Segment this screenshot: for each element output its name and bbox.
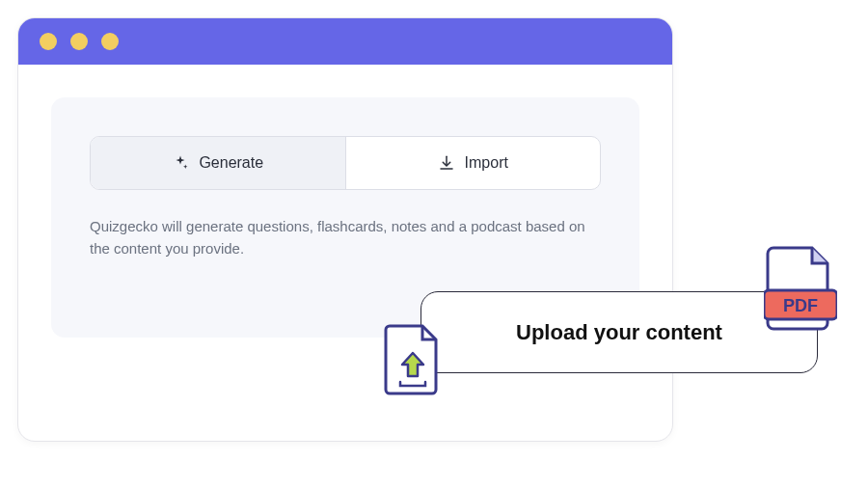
window-dot: [101, 33, 119, 50]
description-text: Quizgecko will generate questions, flash…: [90, 215, 591, 260]
window-dot: [70, 33, 88, 50]
app-window: Generate Import Quizgecko will generate …: [17, 17, 673, 442]
download-icon: [438, 154, 455, 172]
pdf-badge-label: PDF: [783, 296, 818, 315]
tooltip-label: Upload your content: [516, 320, 722, 345]
window-dot: [40, 33, 57, 50]
tabs: Generate Import: [90, 136, 601, 190]
pdf-file-icon: PDF: [764, 244, 837, 335]
tab-label: Generate: [199, 154, 263, 172]
tab-import[interactable]: Import: [345, 137, 601, 189]
sparkle-icon: [172, 154, 189, 172]
tab-generate[interactable]: Generate: [91, 137, 345, 189]
tab-label: Import: [465, 154, 508, 172]
upload-file-icon: [384, 322, 442, 397]
upload-tooltip: Upload your content: [420, 291, 818, 373]
titlebar: [18, 18, 672, 65]
